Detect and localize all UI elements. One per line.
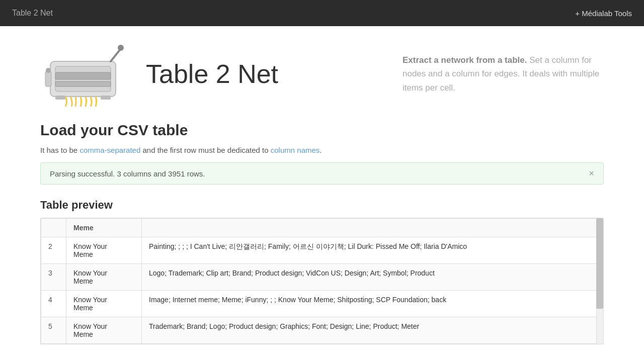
- main-content: Load your CSV table It has to be comma-s…: [0, 117, 644, 359]
- table-row: 5Know Your MemeTrademark; Brand; Logo; P…: [41, 317, 603, 344]
- cell-wide: Logo; Trademark; Clip art; Brand; Produc…: [142, 264, 603, 291]
- table-preview-title: Table preview: [40, 199, 604, 212]
- cell-num: 4: [41, 291, 66, 317]
- hero-section: Table 2 Net Extract a network from a tab…: [0, 26, 644, 117]
- header-col-num: [41, 219, 66, 237]
- comma-separated-link[interactable]: comma-separated: [79, 146, 140, 154]
- top-nav: Table 2 Net Médialab Tools: [0, 0, 644, 26]
- cell-mid: Know Your Meme: [66, 264, 142, 291]
- subtitle-text-2: and the first row must be dedicated to: [140, 146, 270, 154]
- alert-close-button[interactable]: ×: [589, 169, 594, 178]
- hero-desc-bold: Extract a network from a table.: [403, 55, 527, 65]
- alert-message: Parsing successful. 3 columns and 3951 r…: [50, 169, 205, 178]
- svg-line-4: [111, 49, 121, 61]
- svg-rect-2: [55, 72, 111, 79]
- svg-point-9: [46, 68, 51, 73]
- header-col-wide: [142, 219, 603, 237]
- table-preview-wrapper: Meme 2Know Your MemePainting; ; ; ; I Ca…: [40, 218, 604, 344]
- table-body: 2Know Your MemePainting; ; ; ; I Can't L…: [41, 237, 603, 344]
- load-subtitle: It has to be comma-separated and the fir…: [40, 146, 604, 154]
- load-section-title: Load your CSV table: [40, 122, 604, 139]
- table-row: 2Know Your MemePainting; ; ; ; I Can't L…: [41, 237, 603, 264]
- subtitle-text-1: It has to be: [40, 146, 79, 154]
- cell-wide: Trademark; Brand; Logo; Product design; …: [142, 317, 603, 344]
- medialab-link[interactable]: Médialab Tools: [575, 9, 632, 18]
- scrollbar[interactable]: [596, 218, 603, 344]
- svg-point-5: [118, 45, 124, 51]
- success-alert: Parsing successful. 3 columns and 3951 r…: [40, 162, 604, 185]
- hero-title: Table 2 Net: [146, 59, 278, 89]
- cell-mid: Know Your Meme: [66, 291, 142, 317]
- svg-rect-8: [45, 71, 51, 86]
- cell-wide: Image; Internet meme; Meme; iFunny; ; ; …: [142, 291, 603, 317]
- table-row: 3Know Your MemeLogo; Trademark; Clip art…: [41, 264, 603, 291]
- svg-rect-6: [55, 96, 65, 100]
- scroll-thumb[interactable]: [596, 218, 603, 309]
- header-col-meme: Meme: [66, 219, 142, 237]
- preview-table: Meme 2Know Your MemePainting; ; ; ; I Ca…: [41, 218, 603, 344]
- cell-num: 3: [41, 264, 66, 291]
- svg-rect-7: [101, 96, 111, 100]
- cell-mid: Know Your Meme: [66, 317, 142, 344]
- app-title: Table 2 Net: [12, 9, 53, 18]
- app-logo: [40, 41, 131, 107]
- cell-num: 5: [41, 317, 66, 344]
- column-names-link[interactable]: column names: [271, 146, 320, 154]
- subtitle-text-3: .: [319, 146, 321, 154]
- cell-wide: Painting; ; ; ; I Can't Live; 리안갤러리; Fam…: [142, 237, 603, 264]
- table-row: 4Know Your MemeImage; Internet meme; Mem…: [41, 291, 603, 317]
- hero-description: Extract a network from a table. Set a co…: [403, 53, 604, 95]
- cell-mid: Know Your Meme: [66, 237, 142, 264]
- svg-rect-3: [55, 81, 111, 86]
- cell-num: 2: [41, 237, 66, 264]
- table-header-row: Meme: [41, 219, 603, 237]
